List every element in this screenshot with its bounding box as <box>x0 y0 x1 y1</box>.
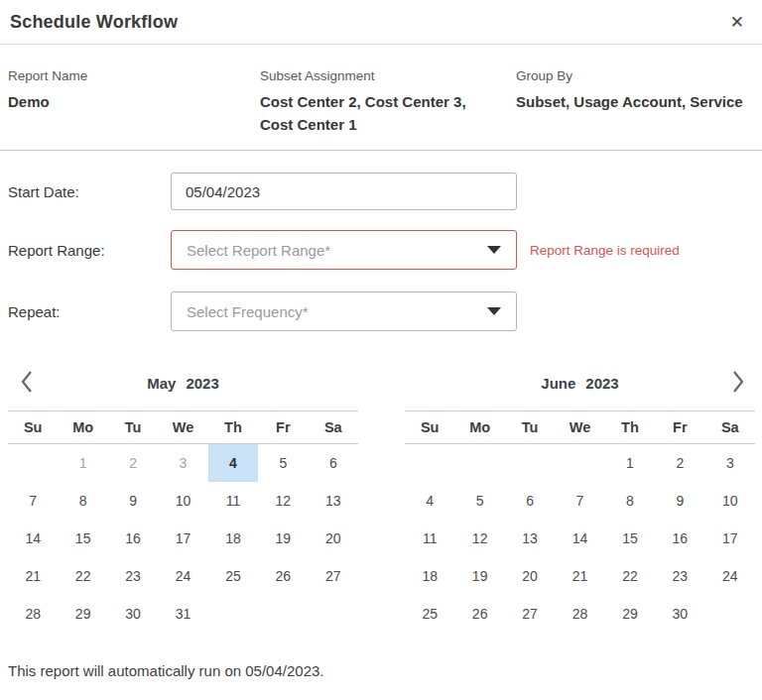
calendar-day[interactable]: 18 <box>405 557 454 595</box>
calendar-day[interactable]: 20 <box>309 520 358 557</box>
report-range-select[interactable]: Select Report Range* <box>171 230 517 270</box>
day-name-label: Fr <box>258 419 308 435</box>
calendar-day[interactable]: 25 <box>208 557 258 595</box>
calendar-month-title: May 2023 <box>8 375 358 392</box>
day-name-label: Sa <box>705 419 755 435</box>
calendar-day[interactable]: 29 <box>605 595 655 633</box>
day-name-label: Tu <box>505 419 555 435</box>
calendar-day[interactable]: 6 <box>309 444 358 482</box>
calendar-day[interactable]: 7 <box>555 482 604 520</box>
calendar-day[interactable]: 2 <box>655 444 704 482</box>
calendar-day[interactable]: 21 <box>8 557 58 595</box>
day-name-row: SuMoTuWeThFrSa <box>8 410 358 444</box>
calendar-day[interactable]: 20 <box>505 557 555 595</box>
calendar-day[interactable]: 12 <box>258 482 308 520</box>
calendar-day[interactable]: 24 <box>705 557 755 595</box>
start-date-input[interactable] <box>171 173 517 210</box>
calendar-day[interactable]: 10 <box>705 482 755 520</box>
report-range-label: Report Range: <box>8 242 171 259</box>
calendar-day-selected[interactable]: 4 <box>208 444 258 482</box>
day-name-label: Mo <box>58 419 107 435</box>
calendar-day[interactable]: 17 <box>705 520 755 557</box>
calendar-day[interactable]: 5 <box>454 482 504 520</box>
calendar-day-empty <box>705 595 755 633</box>
calendar-day-empty <box>555 444 604 482</box>
calendar-day[interactable]: 15 <box>58 520 107 557</box>
calendar-day[interactable]: 2 <box>108 444 158 482</box>
calendar-day[interactable]: 10 <box>158 482 207 520</box>
calendar-day[interactable]: 9 <box>108 482 158 520</box>
group-by-label: Group By <box>516 68 754 83</box>
calendar-day[interactable]: 8 <box>605 482 655 520</box>
calendar-day[interactable]: 21 <box>555 557 604 595</box>
calendar-day[interactable]: 3 <box>158 444 207 482</box>
subset-assignment-value: Cost Center 2, Cost Center 3, Cost Cente… <box>260 90 486 136</box>
day-name-label: Tu <box>108 419 158 435</box>
calendar-day[interactable]: 12 <box>454 520 504 557</box>
day-name-label: We <box>158 419 207 435</box>
calendar-day[interactable]: 13 <box>309 482 358 520</box>
calendar-day[interactable]: 14 <box>8 520 58 557</box>
calendar-day[interactable]: 19 <box>454 557 504 595</box>
calendar-day[interactable]: 9 <box>655 482 704 520</box>
calendar-day[interactable]: 1 <box>58 444 107 482</box>
calendar-day[interactable]: 3 <box>705 444 755 482</box>
calendar-day[interactable]: 30 <box>108 595 158 633</box>
start-date-label: Start Date: <box>8 183 171 200</box>
calendar-day[interactable]: 27 <box>309 557 358 595</box>
schedule-form: Start Date: Report Range: Select Report … <box>0 173 762 331</box>
calendar-day[interactable]: 23 <box>655 557 704 595</box>
calendar-day[interactable]: 16 <box>655 520 704 557</box>
calendar-day[interactable]: 29 <box>58 595 107 633</box>
month-year: 2023 <box>585 375 618 392</box>
calendar-day[interactable]: 18 <box>208 520 258 557</box>
calendar-day[interactable]: 16 <box>108 520 158 557</box>
summary-subset-assignment: Subset Assignment Cost Center 2, Cost Ce… <box>260 68 516 136</box>
calendar-day[interactable]: 27 <box>505 595 555 633</box>
calendar-day[interactable]: 25 <box>405 595 454 633</box>
calendar-day[interactable]: 6 <box>505 482 555 520</box>
calendar-nav: May 2023 <box>8 367 358 399</box>
summary-report-name: Report Name Demo <box>8 68 260 136</box>
calendar-day-empty <box>258 595 308 633</box>
calendar-day[interactable]: 26 <box>454 595 504 633</box>
calendar-grid: 1234567891011121314151617181920212223242… <box>8 444 358 633</box>
calendar-day[interactable]: 1 <box>605 444 655 482</box>
day-name-label: Su <box>8 419 58 435</box>
calendar-pair: May 2023 SuMoTuWeThFrSa 1234567891011121… <box>0 367 762 633</box>
start-date-row: Start Date: <box>8 173 762 210</box>
calendar-day[interactable]: 5 <box>258 444 308 482</box>
calendar-day[interactable]: 7 <box>8 482 58 520</box>
report-name-label: Report Name <box>8 68 260 83</box>
calendar-day[interactable]: 4 <box>405 482 454 520</box>
calendar-day[interactable]: 22 <box>605 557 655 595</box>
calendar-day-empty <box>454 444 504 482</box>
calendar-day[interactable]: 31 <box>158 595 207 633</box>
repeat-select[interactable]: Select Frequency* <box>171 292 517 331</box>
report-summary: Report Name Demo Subset Assignment Cost … <box>0 45 762 151</box>
day-name-label: Mo <box>454 419 504 435</box>
calendar-day[interactable]: 22 <box>58 557 107 595</box>
report-range-error: Report Range is required <box>530 243 680 258</box>
calendar-day[interactable]: 17 <box>158 520 207 557</box>
day-name-label: We <box>555 419 604 435</box>
calendar-day[interactable]: 30 <box>655 595 704 633</box>
calendar-day[interactable]: 15 <box>605 520 655 557</box>
calendar-day[interactable]: 28 <box>555 595 604 633</box>
calendar-day[interactable]: 14 <box>555 520 604 557</box>
calendar-day[interactable]: 11 <box>208 482 258 520</box>
next-month-icon[interactable] <box>729 369 747 398</box>
calendar-day[interactable]: 8 <box>58 482 107 520</box>
calendar-day[interactable]: 13 <box>505 520 555 557</box>
calendar-day[interactable]: 19 <box>258 520 308 557</box>
subset-assignment-label: Subset Assignment <box>260 68 516 83</box>
close-icon[interactable]: ✕ <box>726 12 748 33</box>
calendar-day-empty <box>8 444 58 482</box>
calendar-day[interactable]: 11 <box>405 520 454 557</box>
calendar-day[interactable]: 28 <box>8 595 58 633</box>
calendar-grid: 1234567891011121314151617181920212223242… <box>405 444 755 633</box>
calendar-day[interactable]: 26 <box>258 557 308 595</box>
calendar-day[interactable]: 23 <box>108 557 158 595</box>
calendar-day-empty <box>208 595 258 633</box>
calendar-day[interactable]: 24 <box>158 557 207 595</box>
